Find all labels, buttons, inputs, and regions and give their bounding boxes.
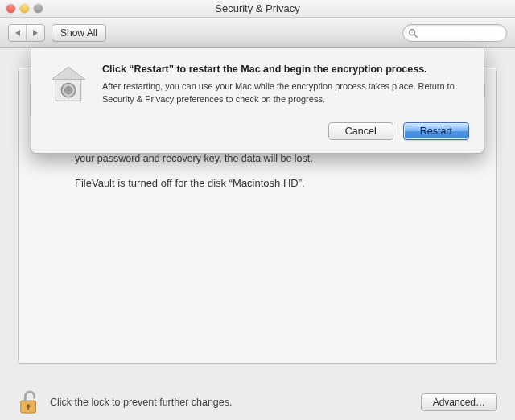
footer: Click the lock to prevent further change… <box>0 385 515 420</box>
svg-marker-2 <box>52 67 85 80</box>
advanced-button[interactable]: Advanced… <box>421 393 497 411</box>
search-icon <box>407 27 418 39</box>
titlebar: Security & Privacy <box>0 0 515 18</box>
show-all-button[interactable]: Show All <box>52 24 106 42</box>
back-triangle-icon <box>15 30 20 36</box>
restart-button[interactable]: Restart <box>403 122 469 140</box>
forward-triangle-icon <box>33 30 38 36</box>
sheet-title: Click “Restart” to restart the Mac and b… <box>102 63 469 76</box>
svg-line-1 <box>414 34 418 37</box>
back-button[interactable] <box>9 25 27 41</box>
svg-rect-11 <box>27 407 29 410</box>
cancel-button[interactable]: Cancel <box>328 122 393 140</box>
content-area: Click “Restart” to restart the Mac and b… <box>0 48 515 420</box>
restart-sheet: Click “Restart” to restart the Mac and b… <box>31 48 484 154</box>
window-title: Security & Privacy <box>0 2 515 14</box>
nav-back-forward <box>8 24 45 42</box>
warning-text-visible: your password and recovery key, the data… <box>75 152 485 166</box>
toolbar: Show All <box>0 18 515 48</box>
search-field-wrap <box>402 24 507 42</box>
filevault-status: FileVault is turned off for the disk “Ma… <box>75 177 485 189</box>
safe-house-icon <box>46 63 91 108</box>
lock-text: Click the lock to prevent further change… <box>50 397 233 408</box>
unlocked-padlock-icon[interactable] <box>18 390 42 414</box>
sheet-description: After restarting, you can use your Mac w… <box>102 80 469 105</box>
forward-button[interactable] <box>27 25 44 41</box>
